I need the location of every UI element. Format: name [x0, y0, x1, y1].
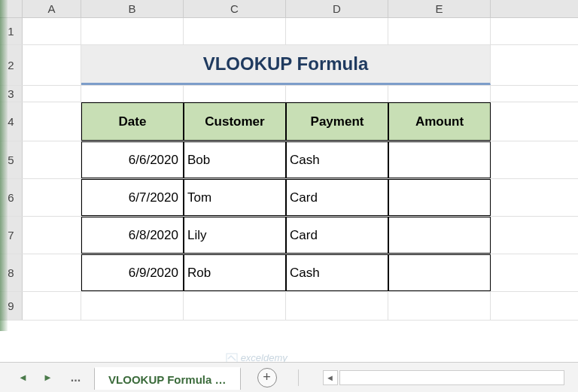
row-header-3[interactable]: 3 [0, 86, 23, 102]
row-header-1[interactable]: 1 [0, 18, 23, 44]
row-9: 9 [0, 292, 578, 321]
cell-date-4[interactable]: 6/9/2020 [81, 254, 184, 291]
cell-C9[interactable] [184, 292, 286, 320]
cell-A6[interactable] [23, 179, 81, 216]
row-header-7[interactable]: 7 [0, 217, 23, 254]
row-4: 4 Date Customer Payment Amount [0, 102, 578, 141]
cell-B1[interactable] [81, 18, 184, 44]
row-2: 2 VLOOKUP Formula [0, 45, 578, 86]
cell-A3[interactable] [23, 86, 81, 102]
header-customer[interactable]: Customer [184, 102, 286, 141]
cell-amount-4[interactable] [388, 254, 491, 291]
cell-D3[interactable] [286, 86, 388, 102]
header-payment[interactable]: Payment [286, 102, 388, 141]
col-header-B[interactable]: B [81, 0, 184, 17]
sheet-tab-active[interactable]: VLOOKUP Formula … [94, 367, 240, 390]
col-header-D[interactable]: D [286, 0, 388, 17]
row-header-4[interactable]: 4 [0, 102, 23, 141]
cell-E1[interactable] [388, 18, 491, 44]
header-date[interactable]: Date [81, 102, 184, 141]
col-header-C[interactable]: C [184, 0, 286, 17]
cell-E9[interactable] [388, 292, 491, 320]
tabbar-separator [298, 369, 299, 386]
cell-C3[interactable] [184, 86, 286, 102]
cell-A5[interactable] [23, 141, 81, 178]
row-header-2[interactable]: 2 [0, 45, 23, 85]
cell-customer-3[interactable]: Lily [184, 217, 286, 254]
cell-date-2[interactable]: 6/7/2020 [81, 179, 184, 216]
cell-customer-2[interactable]: Tom [184, 179, 286, 216]
cell-customer-4[interactable]: Rob [184, 254, 286, 291]
cell-A8[interactable] [23, 254, 81, 291]
title-cell[interactable]: VLOOKUP Formula [81, 45, 491, 85]
cell-D1[interactable] [286, 18, 388, 44]
cell-C1[interactable] [184, 18, 286, 44]
column-header-row: A B C D E [0, 0, 578, 18]
grid-body: 1 2 VLOOKUP Formula 3 4 Date Custom [0, 18, 578, 321]
cell-amount-2[interactable] [388, 179, 491, 216]
cell-A9[interactable] [23, 292, 81, 320]
row-header-9[interactable]: 9 [0, 292, 23, 320]
row-header-8[interactable]: 8 [0, 254, 23, 291]
cell-A2[interactable] [23, 45, 81, 85]
col-header-A[interactable]: A [23, 0, 81, 17]
scroll-track[interactable] [339, 370, 564, 385]
row-6: 6 6/7/2020 Tom Card [0, 179, 578, 217]
sheet-tab-bar: ◄ ► ... VLOOKUP Formula … + ◄ [0, 362, 578, 392]
col-header-E[interactable]: E [388, 0, 491, 17]
cell-amount-3[interactable] [388, 217, 491, 254]
select-all-corner[interactable] [0, 0, 23, 17]
new-sheet-button[interactable]: + [257, 368, 277, 387]
cell-A7[interactable] [23, 217, 81, 254]
horizontal-scrollbar[interactable]: ◄ [323, 370, 564, 385]
cell-D9[interactable] [286, 292, 388, 320]
plus-icon: + [263, 369, 271, 385]
row-1: 1 [0, 18, 578, 45]
cell-payment-2[interactable]: Card [286, 179, 388, 216]
spreadsheet-grid: A B C D E 1 2 VLOOKUP Formula 3 [0, 0, 578, 361]
nav-prev-sheet-icon[interactable]: ◄ [14, 372, 32, 383]
row-header-6[interactable]: 6 [0, 179, 23, 216]
cell-date-1[interactable]: 6/6/2020 [81, 141, 184, 178]
cell-A1[interactable] [23, 18, 81, 44]
cell-B3[interactable] [81, 86, 184, 102]
cell-payment-1[interactable]: Cash [286, 141, 388, 178]
header-amount[interactable]: Amount [388, 102, 491, 141]
more-sheets-button[interactable]: ... [63, 371, 88, 384]
cell-A4[interactable] [23, 102, 81, 141]
row-7: 7 6/8/2020 Lily Card [0, 217, 578, 254]
nav-next-sheet-icon[interactable]: ► [38, 372, 57, 383]
cell-E3[interactable] [388, 86, 491, 102]
cell-date-3[interactable]: 6/8/2020 [81, 217, 184, 254]
row-5: 5 6/6/2020 Bob Cash [0, 141, 578, 179]
row-header-5[interactable]: 5 [0, 141, 23, 178]
cell-B9[interactable] [81, 292, 184, 320]
cell-customer-1[interactable]: Bob [184, 141, 286, 178]
row-8: 8 6/9/2020 Rob Cash [0, 254, 578, 292]
row-3: 3 [0, 86, 578, 102]
cell-payment-3[interactable]: Card [286, 217, 388, 254]
cell-payment-4[interactable]: Cash [286, 254, 388, 291]
scroll-left-icon[interactable]: ◄ [323, 370, 338, 385]
cell-amount-1[interactable] [388, 141, 491, 178]
